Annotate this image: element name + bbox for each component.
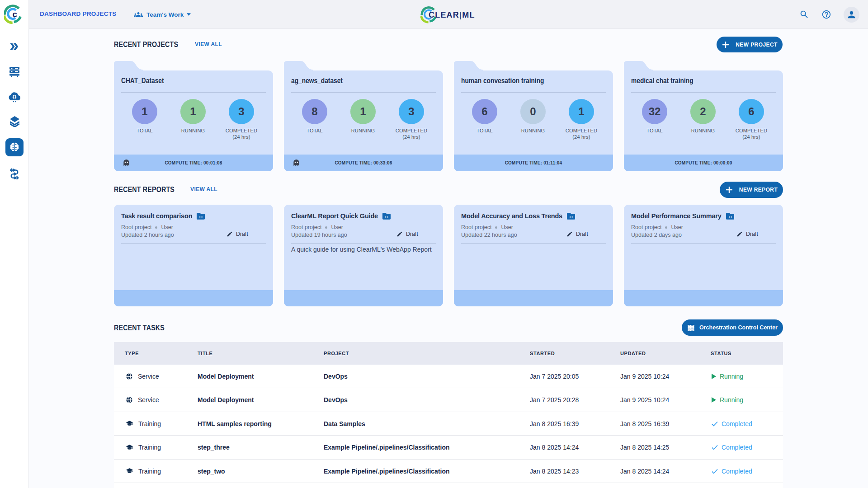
svg-text:c: c [13, 9, 18, 19]
